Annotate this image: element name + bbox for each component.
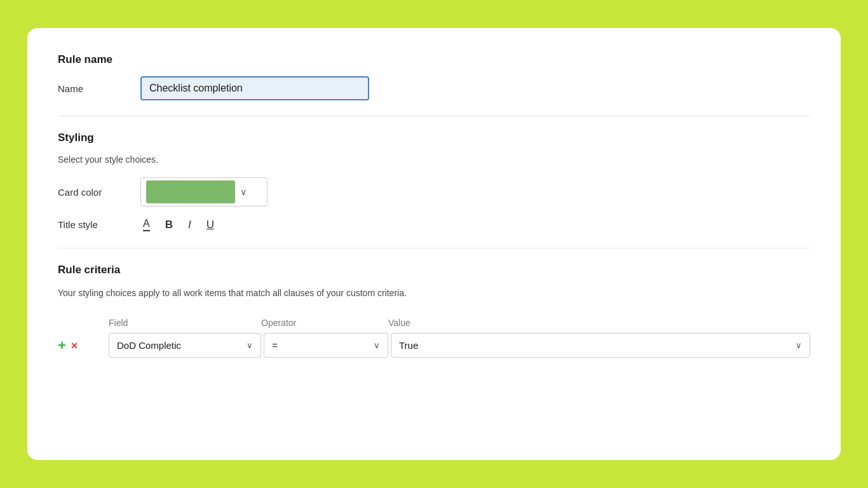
rule-name-input[interactable] — [140, 76, 369, 100]
col-header-field: Field — [109, 318, 261, 328]
criteria-actions: + × — [58, 339, 109, 353]
styling-section: Styling Select your style choices. Card … — [58, 132, 810, 233]
title-style-row: Title style A B I U — [58, 217, 810, 233]
value-chevron-icon: ∨ — [796, 341, 802, 350]
value-select-value: True — [399, 340, 418, 351]
style-button-i[interactable]: I — [186, 217, 194, 233]
operator-chevron-icon: ∨ — [374, 341, 380, 350]
divider-2 — [58, 248, 810, 248]
divider-1 — [58, 116, 810, 116]
color-chevron-icon: ∨ — [240, 187, 247, 197]
card-color-picker[interactable]: ∨ — [140, 177, 268, 207]
style-u-text: U — [207, 219, 214, 231]
styling-subtitle: Select your style choices. — [58, 154, 810, 165]
value-select[interactable]: True ∨ — [391, 333, 810, 358]
main-card: Rule name Name Styling Select your style… — [27, 28, 841, 460]
color-swatch — [146, 180, 235, 203]
card-color-label: Card color — [58, 187, 140, 198]
title-style-buttons: A B I U — [140, 217, 217, 233]
style-button-a[interactable]: A — [140, 217, 153, 233]
remove-clause-button[interactable]: × — [71, 340, 78, 351]
operator-select-value: = — [272, 340, 278, 351]
style-button-b[interactable]: B — [163, 217, 175, 233]
name-field-row: Name — [58, 76, 810, 100]
styling-title: Styling — [58, 132, 810, 144]
style-button-u[interactable]: U — [204, 217, 217, 233]
field-select[interactable]: DoD Completic ∨ — [109, 333, 261, 358]
name-label: Name — [58, 83, 140, 94]
style-b-text: B — [165, 219, 173, 231]
card-color-row: Card color ∨ — [58, 177, 810, 207]
rule-name-section: Rule name Name — [58, 53, 810, 100]
rule-name-title: Rule name — [58, 53, 810, 66]
rule-criteria-section: Rule criteria Your styling choices apply… — [58, 264, 810, 358]
add-clause-button[interactable]: + — [58, 339, 66, 353]
col-header-value: Value — [388, 318, 810, 328]
style-a-text: A — [143, 218, 150, 231]
criteria-data-row: + × DoD Completic ∨ = ∨ True ∨ — [58, 333, 810, 358]
title-style-label: Title style — [58, 219, 140, 230]
style-i-text: I — [188, 219, 191, 231]
field-chevron-icon: ∨ — [247, 341, 253, 350]
criteria-table: Field Operator Value + × DoD Completic ∨… — [58, 318, 810, 358]
field-select-value: DoD Completic — [117, 340, 181, 351]
rule-criteria-description: Your styling choices apply to all work i… — [58, 287, 503, 300]
operator-select[interactable]: = ∨ — [264, 333, 388, 358]
col-header-operator: Operator — [261, 318, 388, 328]
criteria-header-row: Field Operator Value — [58, 318, 810, 328]
rule-criteria-title: Rule criteria — [58, 264, 810, 276]
